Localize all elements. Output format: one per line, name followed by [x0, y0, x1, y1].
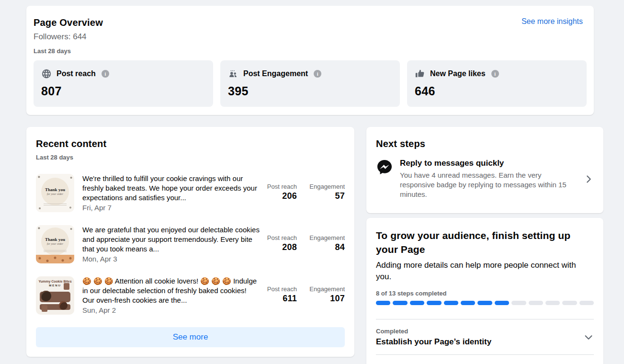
- chevron-down-icon[interactable]: [583, 332, 594, 342]
- setup-progress-bar: [376, 301, 594, 305]
- recent-content-period: Last 28 days: [36, 154, 345, 161]
- engagement-label: Engagement: [308, 234, 345, 241]
- accordion-establish-identity[interactable]: Completed Establish your Page’s identity: [376, 328, 594, 347]
- post-row[interactable]: Thank you for your order We are grateful…: [36, 225, 345, 263]
- thumbnail-decoration: [36, 255, 74, 263]
- next-step-description: You have 4 unread messages. Earn the ver…: [400, 171, 575, 199]
- stat-tile-post-engagement: Post Engagement i 395: [220, 60, 400, 107]
- thumbnail-text: Yummy Cookie Bites: [36, 280, 74, 283]
- progress-segment-complete: [376, 301, 390, 305]
- progress-segment-complete: [495, 301, 509, 305]
- page-title: Page Overview: [34, 17, 103, 28]
- post-reach-value: 611: [264, 294, 297, 304]
- thumbnail-subtext: for your order: [47, 242, 63, 245]
- thumbnail-decoration: [59, 301, 68, 310]
- thumbnail-decoration: Thank you for your order: [41, 178, 69, 205]
- next-steps-card: Next steps Reply to messages quickly You…: [366, 127, 603, 213]
- engagement-value: 107: [308, 294, 345, 304]
- section-status-badge: Completed: [376, 328, 580, 335]
- post-row[interactable]: Thank you for your order We're thrilled …: [36, 174, 345, 212]
- progress-segment-complete: [444, 301, 458, 305]
- stat-value: 395: [228, 84, 392, 98]
- stat-tiles: Post reach i 807 Post Engagement i 395 N…: [34, 60, 587, 107]
- progress-segment-complete: [427, 301, 441, 305]
- engagement-value: 84: [308, 242, 345, 252]
- engagement-label: Engagement: [308, 285, 345, 293]
- progress-segment-incomplete: [545, 301, 560, 305]
- globe-icon: [41, 68, 52, 79]
- next-step-title: Reply to messages quickly: [400, 159, 580, 168]
- post-reach-label: Post reach: [264, 234, 297, 241]
- thumbnail-decoration: [42, 305, 47, 312]
- post-date: Sun, Apr 2: [82, 306, 260, 314]
- info-icon[interactable]: i: [491, 70, 499, 78]
- see-more-insights-link[interactable]: See more insights: [522, 17, 583, 26]
- divider: [376, 354, 594, 355]
- progress-segment-complete: [477, 301, 492, 305]
- recent-content-card: Recent content Last 28 days Thank you fo…: [26, 127, 354, 357]
- section-title: Establish your Page’s identity: [376, 337, 580, 347]
- post-text: We are grateful that you enjoyed our del…: [82, 225, 260, 254]
- post-reach-value: 208: [264, 242, 297, 252]
- messenger-icon: [376, 159, 393, 176]
- steps-completed-label: 8 of 13 steps completed: [376, 290, 594, 297]
- thumbs-up-icon: [415, 68, 425, 79]
- post-thumbnail: Yummy Cookie Bites MENU: [36, 276, 74, 315]
- thumbnail-decoration: [64, 283, 69, 290]
- progress-segment-complete: [461, 301, 475, 305]
- thumbnail-decoration: [44, 204, 67, 206]
- post-thumbnail: Thank you for your order: [36, 174, 74, 212]
- grow-audience-title: To grow your audience, finish setting up…: [376, 228, 591, 256]
- post-thumbnail: Thank you for your order: [36, 225, 74, 263]
- stat-value: 807: [41, 84, 205, 98]
- progress-segment-incomplete: [579, 301, 594, 305]
- post-date: Fri, Apr 7: [82, 204, 260, 212]
- post-reach-value: 206: [264, 191, 297, 201]
- post-row[interactable]: Yummy Cookie Bites MENU 🍪 🍪 🍪 Attention …: [36, 276, 345, 315]
- progress-segment-incomplete: [529, 301, 543, 305]
- stat-label: New Page likes: [430, 69, 486, 78]
- overview-period-label: Last 28 days: [34, 47, 587, 55]
- next-step-item-reply-to-messages[interactable]: Reply to messages quickly You have 4 unr…: [376, 159, 594, 199]
- stat-value: 646: [415, 84, 579, 98]
- progress-segment-complete: [410, 301, 424, 305]
- chevron-right-icon[interactable]: [583, 174, 594, 184]
- thumbnail-decoration: [44, 250, 67, 253]
- thumbnail-decoration: [41, 291, 51, 301]
- grow-audience-subtitle: Adding more details can help more people…: [376, 260, 582, 283]
- info-icon[interactable]: i: [102, 70, 109, 78]
- thumbnail-text: Thank you: [45, 187, 65, 192]
- stat-label: Post Engagement: [243, 69, 308, 78]
- engagement-label: Engagement: [308, 183, 345, 190]
- progress-segment-incomplete: [511, 301, 526, 305]
- see-more-button[interactable]: See more: [36, 327, 345, 347]
- thumbnail-subtext: for your order: [47, 193, 63, 195]
- people-icon: [228, 68, 238, 79]
- engagement-value: 57: [308, 191, 345, 201]
- followers-count: Followers: 644: [34, 32, 587, 42]
- post-text: We're thrilled to fulfill your cookie cr…: [82, 174, 260, 203]
- progress-segment-complete: [393, 301, 407, 305]
- thumbnail-text: Thank you: [45, 237, 65, 242]
- post-reach-label: Post reach: [264, 285, 297, 293]
- post-reach-label: Post reach: [264, 183, 297, 190]
- grow-audience-card: To grow your audience, finish setting up…: [366, 218, 603, 364]
- stat-label: Post reach: [57, 69, 96, 78]
- post-text: 🍪 🍪 🍪 Attention all cookie lovers! 🍪 🍪 🍪…: [82, 276, 260, 305]
- post-date: Mon, Apr 3: [82, 255, 260, 263]
- page-overview-card: Page Overview See more insights Follower…: [26, 6, 594, 115]
- progress-segment-incomplete: [562, 301, 577, 305]
- divider: [376, 319, 594, 319]
- info-icon[interactable]: i: [314, 70, 321, 78]
- next-steps-title: Next steps: [376, 138, 594, 149]
- stat-tile-post-reach: Post reach i 807: [34, 60, 213, 107]
- stat-tile-new-page-likes: New Page likes i 646: [407, 60, 587, 107]
- recent-content-title: Recent content: [36, 138, 345, 149]
